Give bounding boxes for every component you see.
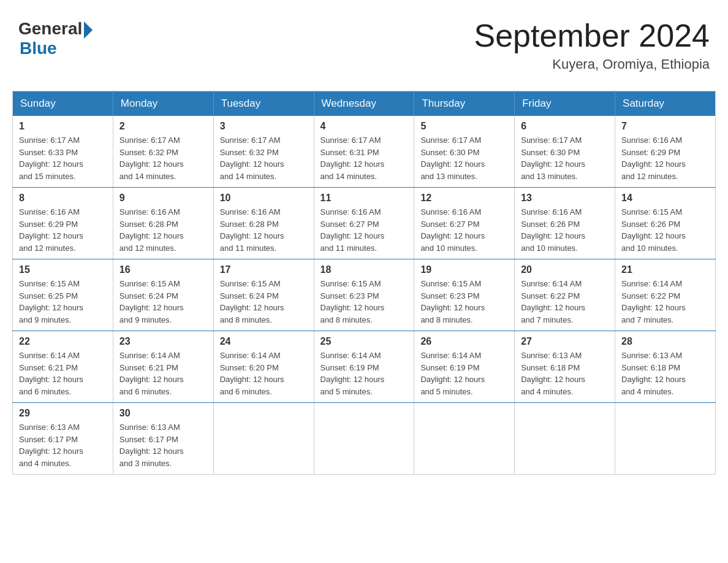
calendar-day-cell: 11Sunrise: 6:16 AMSunset: 6:27 PMDayligh…: [314, 188, 414, 259]
day-info: Sunrise: 6:16 AMSunset: 6:27 PMDaylight:…: [320, 206, 408, 254]
calendar-week-row: 22Sunrise: 6:14 AMSunset: 6:21 PMDayligh…: [13, 331, 716, 403]
day-of-week-header: Wednesday: [314, 91, 414, 117]
calendar-day-cell: 26Sunrise: 6:14 AMSunset: 6:19 PMDayligh…: [414, 331, 515, 403]
day-info: Sunrise: 6:17 AMSunset: 6:30 PMDaylight:…: [420, 134, 508, 182]
day-info: Sunrise: 6:14 AMSunset: 6:21 PMDaylight:…: [19, 350, 107, 397]
day-info: Sunrise: 6:15 AMSunset: 6:24 PMDaylight:…: [220, 278, 308, 326]
calendar-day-cell: [615, 403, 716, 475]
calendar-day-cell: 13Sunrise: 6:16 AMSunset: 6:26 PMDayligh…: [515, 188, 615, 259]
day-info: Sunrise: 6:14 AMSunset: 6:19 PMDaylight:…: [420, 350, 508, 397]
day-number: 27: [521, 336, 609, 347]
calendar-day-cell: 15Sunrise: 6:15 AMSunset: 6:25 PMDayligh…: [13, 259, 113, 331]
day-info: Sunrise: 6:14 AMSunset: 6:19 PMDaylight:…: [320, 350, 408, 397]
day-number: 20: [521, 264, 609, 275]
calendar-day-cell: 24Sunrise: 6:14 AMSunset: 6:20 PMDayligh…: [213, 331, 314, 403]
day-info: Sunrise: 6:13 AMSunset: 6:17 PMDaylight:…: [19, 421, 107, 469]
day-number: 22: [19, 336, 107, 347]
day-number: 15: [19, 264, 107, 275]
day-info: Sunrise: 6:17 AMSunset: 6:32 PMDaylight:…: [119, 134, 207, 182]
day-of-week-header: Thursday: [414, 91, 515, 117]
day-info: Sunrise: 6:14 AMSunset: 6:22 PMDaylight:…: [621, 278, 709, 326]
day-number: 25: [320, 336, 408, 347]
calendar-week-row: 8Sunrise: 6:16 AMSunset: 6:29 PMDaylight…: [13, 188, 716, 259]
logo-arrow-icon: [84, 21, 93, 39]
day-of-week-header: Monday: [113, 91, 213, 117]
calendar-day-cell: 4Sunrise: 6:17 AMSunset: 6:31 PMDaylight…: [314, 116, 414, 188]
calendar-day-cell: [314, 403, 414, 475]
day-number: 17: [220, 264, 308, 275]
day-number: 21: [621, 264, 709, 275]
calendar-day-cell: 19Sunrise: 6:15 AMSunset: 6:23 PMDayligh…: [414, 259, 515, 331]
calendar-week-row: 29Sunrise: 6:13 AMSunset: 6:17 PMDayligh…: [13, 403, 716, 475]
calendar-week-row: 1Sunrise: 6:17 AMSunset: 6:33 PMDaylight…: [13, 116, 716, 188]
day-number: 3: [220, 121, 308, 132]
calendar-day-cell: 18Sunrise: 6:15 AMSunset: 6:23 PMDayligh…: [314, 259, 414, 331]
calendar-day-cell: 21Sunrise: 6:14 AMSunset: 6:22 PMDayligh…: [615, 259, 716, 331]
title-section: September 2024 Kuyera, Oromiya, Ethiopia: [474, 18, 710, 72]
day-info: Sunrise: 6:14 AMSunset: 6:21 PMDaylight:…: [119, 350, 207, 397]
day-number: 8: [19, 193, 107, 204]
calendar-day-cell: [213, 403, 314, 475]
calendar-week-row: 15Sunrise: 6:15 AMSunset: 6:25 PMDayligh…: [13, 259, 716, 331]
day-number: 6: [521, 121, 609, 132]
calendar-day-cell: [414, 403, 515, 475]
day-info: Sunrise: 6:16 AMSunset: 6:29 PMDaylight:…: [621, 134, 709, 182]
page-header: General Blue September 2024 Kuyera, Orom…: [12, 12, 716, 79]
day-of-week-header: Friday: [515, 91, 615, 117]
day-info: Sunrise: 6:16 AMSunset: 6:28 PMDaylight:…: [119, 206, 207, 254]
calendar-day-cell: 20Sunrise: 6:14 AMSunset: 6:22 PMDayligh…: [515, 259, 615, 331]
day-number: 28: [621, 336, 709, 347]
calendar-day-cell: 30Sunrise: 6:13 AMSunset: 6:17 PMDayligh…: [113, 403, 213, 475]
day-number: 7: [621, 121, 709, 132]
calendar-day-cell: 5Sunrise: 6:17 AMSunset: 6:30 PMDaylight…: [414, 116, 515, 188]
day-number: 23: [119, 336, 207, 347]
day-info: Sunrise: 6:17 AMSunset: 6:33 PMDaylight:…: [19, 134, 107, 182]
calendar-table: SundayMondayTuesdayWednesdayThursdayFrid…: [12, 91, 716, 475]
day-info: Sunrise: 6:17 AMSunset: 6:32 PMDaylight:…: [220, 134, 308, 182]
calendar-day-cell: 2Sunrise: 6:17 AMSunset: 6:32 PMDaylight…: [113, 116, 213, 188]
day-info: Sunrise: 6:17 AMSunset: 6:31 PMDaylight:…: [320, 134, 408, 182]
calendar-day-cell: 6Sunrise: 6:17 AMSunset: 6:30 PMDaylight…: [515, 116, 615, 188]
day-number: 11: [320, 193, 408, 204]
day-number: 30: [119, 408, 207, 419]
day-info: Sunrise: 6:14 AMSunset: 6:22 PMDaylight:…: [521, 278, 609, 326]
calendar-subtitle: Kuyera, Oromiya, Ethiopia: [474, 56, 710, 72]
day-info: Sunrise: 6:14 AMSunset: 6:20 PMDaylight:…: [220, 350, 308, 397]
calendar-day-cell: [515, 403, 615, 475]
day-info: Sunrise: 6:16 AMSunset: 6:26 PMDaylight:…: [521, 206, 609, 254]
day-number: 26: [420, 336, 508, 347]
day-number: 1: [19, 121, 107, 132]
calendar-day-cell: 9Sunrise: 6:16 AMSunset: 6:28 PMDaylight…: [113, 188, 213, 259]
calendar-title: September 2024: [474, 18, 710, 53]
calendar-day-cell: 12Sunrise: 6:16 AMSunset: 6:27 PMDayligh…: [414, 188, 515, 259]
day-number: 5: [420, 121, 508, 132]
day-number: 2: [119, 121, 207, 132]
calendar-day-cell: 1Sunrise: 6:17 AMSunset: 6:33 PMDaylight…: [13, 116, 113, 188]
logo-general-text: General: [18, 19, 82, 39]
day-info: Sunrise: 6:15 AMSunset: 6:23 PMDaylight:…: [320, 278, 408, 326]
calendar-day-cell: 29Sunrise: 6:13 AMSunset: 6:17 PMDayligh…: [13, 403, 113, 475]
day-number: 24: [220, 336, 308, 347]
day-info: Sunrise: 6:16 AMSunset: 6:27 PMDaylight:…: [420, 206, 508, 254]
calendar-day-cell: 14Sunrise: 6:15 AMSunset: 6:26 PMDayligh…: [615, 188, 716, 259]
calendar-day-cell: 28Sunrise: 6:13 AMSunset: 6:18 PMDayligh…: [615, 331, 716, 403]
day-info: Sunrise: 6:15 AMSunset: 6:25 PMDaylight:…: [19, 278, 107, 326]
day-number: 12: [420, 193, 508, 204]
day-info: Sunrise: 6:13 AMSunset: 6:18 PMDaylight:…: [521, 350, 609, 397]
calendar-day-cell: 3Sunrise: 6:17 AMSunset: 6:32 PMDaylight…: [213, 116, 314, 188]
calendar-day-cell: 25Sunrise: 6:14 AMSunset: 6:19 PMDayligh…: [314, 331, 414, 403]
day-number: 4: [320, 121, 408, 132]
day-info: Sunrise: 6:16 AMSunset: 6:28 PMDaylight:…: [220, 206, 308, 254]
day-number: 14: [621, 193, 709, 204]
logo-blue-text: Blue: [20, 39, 57, 58]
logo: General Blue: [18, 18, 93, 58]
day-info: Sunrise: 6:13 AMSunset: 6:17 PMDaylight:…: [119, 421, 207, 469]
day-of-week-header: Sunday: [13, 91, 113, 117]
day-of-week-header: Saturday: [615, 91, 716, 117]
calendar-day-cell: 22Sunrise: 6:14 AMSunset: 6:21 PMDayligh…: [13, 331, 113, 403]
calendar-day-cell: 16Sunrise: 6:15 AMSunset: 6:24 PMDayligh…: [113, 259, 213, 331]
day-number: 13: [521, 193, 609, 204]
day-info: Sunrise: 6:13 AMSunset: 6:18 PMDaylight:…: [621, 350, 709, 397]
day-number: 18: [320, 264, 408, 275]
day-number: 19: [420, 264, 508, 275]
